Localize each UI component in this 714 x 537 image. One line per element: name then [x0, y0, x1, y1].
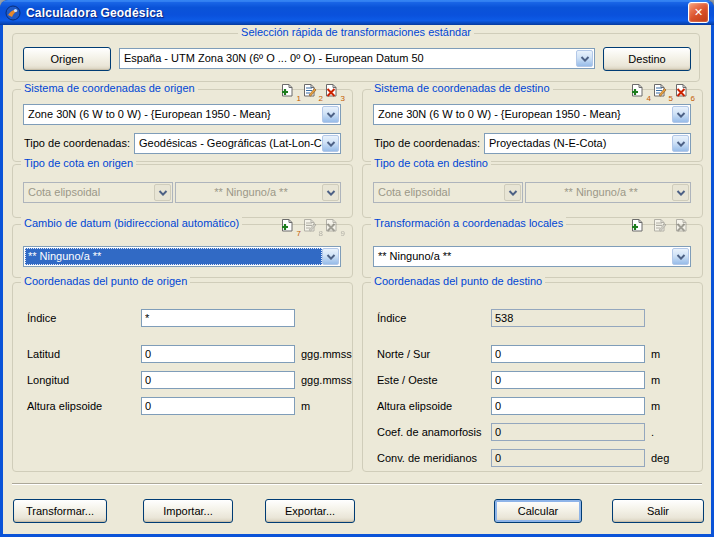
datum-change-combobox-value: ** Ninguno/a ** — [25, 248, 322, 265]
group-origin-system-title: Sistema de coordenadas de origen — [21, 82, 198, 94]
edit-item-button: 8 — [303, 218, 320, 234]
calculate-button[interactable]: Calcular — [494, 499, 582, 523]
datum-change-combobox[interactable]: ** Ninguno/a ** — [23, 246, 341, 267]
group-datum-change-title: Cambio de datum (bidireccional automátic… — [21, 217, 242, 229]
dest-north-label: Norte / Sur — [377, 348, 430, 360]
dest-height-unit: m — [651, 400, 660, 412]
chevron-down-icon — [672, 184, 689, 201]
destination-button[interactable]: Destino — [603, 47, 691, 71]
quick-transform-combobox[interactable]: España - UTM Zona 30N (6º O ... 0º O) - … — [119, 48, 595, 69]
window-title: Calculadora Geodésica — [26, 6, 163, 20]
shortcut-number: 6 — [691, 94, 695, 103]
shortcut-number: 9 — [341, 229, 345, 238]
edit-item-button — [653, 218, 670, 234]
shortcut-number: 5 — [669, 94, 673, 103]
shortcut-number: 4 — [647, 94, 651, 103]
origin-index-label: Índice — [27, 312, 56, 324]
dest-coord-type-label: Tipo de coordenadas: — [374, 137, 480, 149]
chevron-down-icon[interactable] — [672, 135, 689, 152]
chevron-down-icon[interactable] — [322, 106, 339, 123]
dest-geoid-combobox-value: ** Ninguno/a ** — [527, 184, 672, 201]
dest-convergence-label: Conv. de meridianos — [377, 452, 477, 464]
group-origin-cota: Tipo de cota en origen Cota elipsoidal *… — [12, 164, 353, 218]
add-item-button[interactable] — [631, 218, 648, 234]
group-dest-system-title: Sistema de coordenadas de destino — [371, 82, 553, 94]
dest-system-combobox[interactable]: Zone 30N (6 W to 0 W) - {European 1950 -… — [373, 104, 691, 125]
group-origin-coords: Coordenadas del punto de origen Índice L… — [12, 282, 353, 472]
group-origin-cota-title: Tipo de cota en origen — [21, 157, 136, 169]
chevron-down-icon — [154, 184, 171, 201]
delete-item-button[interactable]: 6 — [675, 83, 692, 99]
dest-system-combobox-value: Zone 30N (6 W to 0 W) - {European 1950 -… — [375, 106, 672, 123]
dest-scale-factor-field — [491, 423, 645, 441]
transform-button[interactable]: Transformar... — [13, 499, 107, 523]
origin-system-combobox-value: Zone 30N (6 W to 0 W) - {European 1950 -… — [25, 106, 322, 123]
origin-system-combobox[interactable]: Zone 30N (6 W to 0 W) - {European 1950 -… — [23, 104, 341, 125]
dest-index-label: Índice — [377, 312, 406, 324]
origin-latitude-input[interactable] — [141, 345, 295, 363]
footer-divider — [12, 483, 702, 485]
origin-geoid-combobox: ** Ninguno/a ** — [175, 182, 341, 203]
group-dest-coords: Coordenadas del punto de destino Índice … — [362, 282, 703, 472]
dest-scale-factor-unit: . — [651, 426, 654, 438]
add-item-button[interactable]: 4 — [631, 83, 648, 99]
edit-item-button[interactable]: 2 — [303, 83, 320, 99]
chevron-down-icon[interactable] — [322, 248, 339, 265]
origin-longitude-unit: ggg.mmss — [301, 374, 352, 386]
origin-longitude-label: Longitud — [27, 374, 69, 386]
chevron-down-icon[interactable] — [576, 50, 593, 67]
group-dest-cota-title: Tipo de cota en destino — [371, 157, 491, 169]
dest-scale-factor-label: Coef. de anamorfosis — [377, 426, 482, 438]
titlebar[interactable]: Calculadora Geodésica ✕ — [0, 0, 714, 25]
origin-button[interactable]: Origen — [23, 47, 111, 71]
delete-item-button[interactable]: 3 — [325, 83, 342, 99]
exit-button[interactable]: Salir — [612, 499, 704, 523]
shortcut-number: 7 — [297, 229, 301, 238]
dialog-content: Selección rápida de transformaciones est… — [3, 25, 711, 534]
dest-coord-type-combobox[interactable]: Proyectadas (N-E-Cota) — [484, 133, 691, 154]
dest-cota-type-combobox: Cota elipsoidal — [373, 182, 523, 203]
chevron-down-icon — [504, 184, 521, 201]
group-local-transform: Transformación a coordenadas locales ** … — [362, 224, 703, 278]
export-button[interactable]: Exportar... — [265, 499, 355, 523]
group-quick-selection-title: Selección rápida de transformaciones est… — [238, 26, 474, 38]
quick-transform-combobox-value: España - UTM Zona 30N (6º O ... 0º O) - … — [121, 50, 576, 67]
group-dest-system: Sistema de coordenadas de destino 4 5 6 … — [362, 89, 703, 162]
origin-longitude-input[interactable] — [141, 371, 295, 389]
chevron-down-icon — [322, 184, 339, 201]
origin-geoid-combobox-value: ** Ninguno/a ** — [177, 184, 322, 201]
chevron-down-icon[interactable] — [322, 135, 339, 152]
dest-east-label: Este / Oeste — [377, 374, 438, 386]
origin-cota-type-combobox-value: Cota elipsoidal — [25, 184, 154, 201]
shortcut-number: 1 — [297, 94, 301, 103]
shortcut-number: 8 — [319, 229, 323, 238]
origin-height-unit: m — [301, 400, 310, 412]
close-button[interactable]: ✕ — [688, 2, 709, 23]
edit-item-button[interactable]: 5 — [653, 83, 670, 99]
local-transform-combobox[interactable]: ** Ninguno/a ** — [373, 246, 691, 267]
import-button[interactable]: Importar... — [143, 499, 233, 523]
origin-latitude-unit: ggg.mmss — [301, 348, 352, 360]
dest-convergence-field — [491, 449, 645, 467]
chevron-down-icon[interactable] — [672, 106, 689, 123]
dest-height-label: Altura elipsoide — [377, 400, 452, 412]
origin-index-input[interactable] — [141, 309, 295, 327]
add-item-button[interactable]: 7 — [281, 218, 298, 234]
origin-coord-type-label: Tipo de coordenadas: — [24, 137, 130, 149]
origin-height-label: Altura elipsoide — [27, 400, 102, 412]
group-quick-selection: Selección rápida de transformaciones est… — [12, 33, 700, 82]
group-origin-coords-title: Coordenadas del punto de origen — [21, 275, 190, 287]
origin-coord-type-combobox[interactable]: Geodésicas - Geográficas (Lat-Lon-Cota) — [134, 133, 341, 154]
chevron-down-icon[interactable] — [672, 248, 689, 265]
app-icon — [5, 5, 21, 21]
group-dest-coords-title: Coordenadas del punto de destino — [371, 275, 545, 287]
add-item-button[interactable]: 1 — [281, 83, 298, 99]
local-transform-combobox-value: ** Ninguno/a ** — [375, 248, 672, 265]
dest-cota-type-combobox-value: Cota elipsoidal — [375, 184, 504, 201]
dest-height-input[interactable] — [491, 397, 645, 415]
dest-index-field — [491, 309, 645, 327]
group-local-transform-title: Transformación a coordenadas locales — [371, 217, 566, 229]
dest-north-input[interactable] — [491, 345, 645, 363]
dest-east-input[interactable] — [491, 371, 645, 389]
origin-height-input[interactable] — [141, 397, 295, 415]
